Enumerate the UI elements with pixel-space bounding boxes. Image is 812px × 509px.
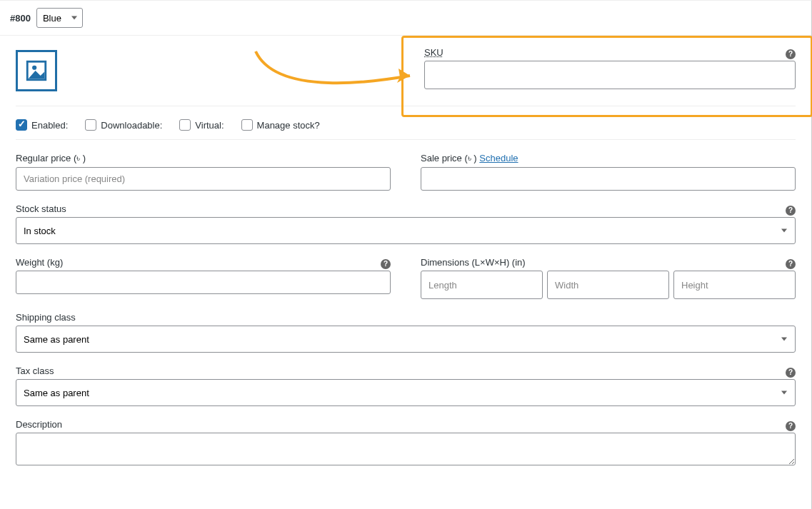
image-icon <box>24 59 49 83</box>
help-icon[interactable]: ? <box>381 259 391 269</box>
stock-status-select[interactable]: In stock <box>16 217 796 244</box>
help-icon[interactable]: ? <box>786 259 796 269</box>
help-icon[interactable]: ? <box>786 49 796 59</box>
shipping-class-field: Shipping class Same as parent <box>16 312 796 353</box>
sku-field-group: SKU ? <box>424 47 796 89</box>
variation-header: #800 Blue <box>0 1 811 36</box>
variation-id: #800 <box>10 13 31 24</box>
sku-label: SKU <box>424 47 443 58</box>
description-textarea[interactable] <box>16 433 796 465</box>
width-input[interactable] <box>547 271 669 299</box>
enabled-checkbox[interactable] <box>16 119 27 131</box>
manage-stock-checkbox-label[interactable]: Manage stock? <box>241 119 320 131</box>
regular-price-label: Regular price (৳ ) <box>16 153 391 164</box>
manage-stock-checkbox[interactable] <box>241 119 253 131</box>
dimensions-field: Dimensions (L×W×H) (in) ? <box>421 257 796 299</box>
variation-options-row: Enabled: Downloadable: Virtual: Manage s… <box>16 115 796 140</box>
arrow-annotation <box>249 47 420 104</box>
help-icon[interactable]: ? <box>786 206 796 216</box>
enabled-checkbox-label[interactable]: Enabled: <box>16 119 68 131</box>
variation-image-placeholder[interactable] <box>16 50 57 91</box>
tax-class-select[interactable]: Same as parent <box>16 379 796 406</box>
downloadable-checkbox-label[interactable]: Downloadable: <box>85 119 162 131</box>
sku-input[interactable] <box>424 61 796 89</box>
schedule-link[interactable]: Schedule <box>479 153 518 163</box>
variation-attribute-select[interactable]: Blue <box>36 8 83 28</box>
downloadable-checkbox[interactable] <box>85 119 96 131</box>
tax-class-field: Tax class ? Same as parent <box>16 366 796 406</box>
shipping-class-label: Shipping class <box>16 312 796 323</box>
description-label: Description <box>16 419 62 430</box>
shipping-class-select[interactable]: Same as parent <box>16 326 796 353</box>
help-icon[interactable]: ? <box>786 368 796 378</box>
help-icon[interactable]: ? <box>786 421 796 431</box>
sale-price-input[interactable] <box>421 167 796 191</box>
regular-price-field: Regular price (৳ ) <box>16 153 391 191</box>
sale-price-label: Sale price (৳ ) Schedule <box>421 153 796 164</box>
sale-price-field: Sale price (৳ ) Schedule <box>421 153 796 191</box>
virtual-checkbox[interactable] <box>179 119 191 131</box>
stock-status-field: Stock status ? In stock <box>16 203 796 244</box>
weight-field: Weight (kg) ? <box>16 257 391 299</box>
tax-class-label: Tax class <box>16 366 54 376</box>
svg-point-2 <box>32 66 36 70</box>
length-input[interactable] <box>421 271 543 299</box>
weight-input[interactable] <box>16 271 391 294</box>
height-input[interactable] <box>673 271 796 299</box>
weight-label: Weight (kg) <box>16 257 63 268</box>
virtual-checkbox-label[interactable]: Virtual: <box>179 119 224 131</box>
description-field: Description ? <box>16 419 796 468</box>
stock-status-label: Stock status <box>16 203 66 214</box>
regular-price-input[interactable] <box>16 167 391 191</box>
dimensions-label: Dimensions (L×W×H) (in) <box>421 257 526 268</box>
